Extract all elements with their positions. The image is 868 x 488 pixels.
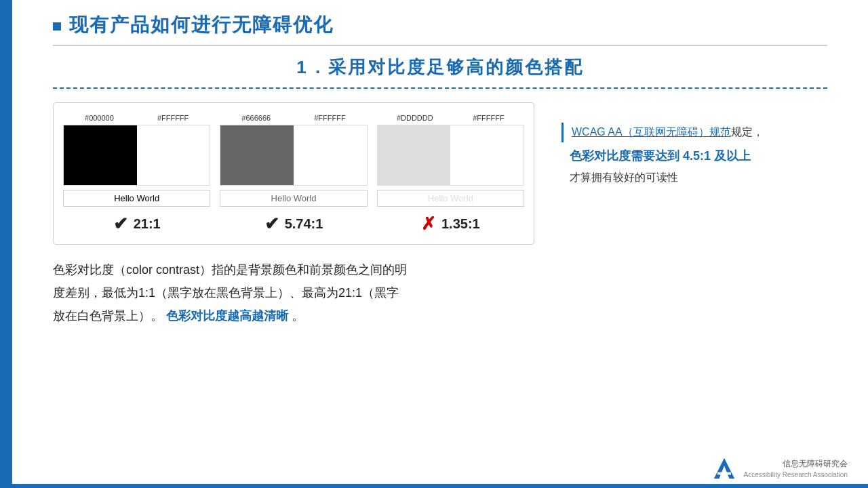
ratio-value-1: 21:1 — [134, 216, 161, 232]
check-icon-1: ✔ — [113, 214, 128, 235]
swatch-label-3a: #DDDDDD — [397, 114, 433, 122]
check-icon-2: ✔ — [264, 214, 279, 235]
swatch-left-3 — [378, 125, 451, 185]
org-name-small: Accessibility Research Association — [744, 470, 848, 480]
desc-highlight: 色彩对比度越高越清晰 — [166, 309, 288, 323]
ratio-item-2: ✔ 5.74:1 — [220, 214, 367, 235]
swatch-right-3 — [450, 125, 524, 185]
section-title-container: 1．采用对比度足够高的颜色搭配 — [53, 56, 827, 89]
swatch-label-2a: #666666 — [241, 114, 271, 122]
swatch-colors-1 — [63, 125, 210, 186]
cross-icon-1: ✗ — [421, 214, 436, 235]
demo-box: #000000 #FFFFFF Hello World #666666 #FFF… — [53, 102, 534, 245]
swatch-colors-2 — [220, 125, 367, 186]
text-sample-3: Hello World — [377, 190, 524, 207]
wcag-note: WCAG AA（互联网无障碍）规范规定， — [561, 123, 827, 142]
swatch-labels-2: #666666 #FFFFFF — [220, 114, 367, 122]
ratio-value-3: 1.35:1 — [441, 216, 480, 232]
left-accent-bar — [0, 0, 12, 488]
text-sample-2: Hello World — [220, 190, 367, 207]
swatch-label-2b: #FFFFFF — [314, 114, 345, 122]
org-name: 信息无障碍研究会 — [744, 458, 848, 470]
swatch-group-2: #666666 #FFFFFF Hello World — [220, 114, 367, 207]
desc-line2: 度差别，最低为1:1（黑字放在黑色背景上）、最高为21:1（黑字 — [53, 286, 399, 300]
swatch-group-1: #000000 #FFFFFF Hello World — [63, 114, 210, 207]
footer: 信息无障碍研究会 Accessibility Research Associat… — [711, 455, 848, 481]
normal-text: 才算拥有较好的可读性 — [561, 171, 827, 185]
demo-swatches: #000000 #FFFFFF Hello World #666666 #FFF… — [63, 114, 524, 207]
right-info: WCAG AA（互联网无障碍）规范规定， 色彩对比度需要达到 4.5:1 及以上… — [561, 102, 827, 245]
svg-marker-0 — [713, 458, 734, 479]
desc-line3-prefix: 放在白色背景上）。 — [53, 309, 163, 323]
header-bullet — [53, 22, 61, 30]
desc-line1: 色彩对比度（color contrast）指的是背景颜色和前景颜色之间的明 — [53, 263, 407, 277]
highlight-text: 色彩对比度需要达到 4.5:1 及以上 — [561, 148, 827, 164]
swatch-label-3b: #FFFFFF — [473, 114, 504, 122]
swatch-labels-3: #DDDDDD #FFFFFF — [377, 114, 524, 122]
swatch-labels-1: #000000 #FFFFFF — [63, 114, 210, 122]
swatch-right-2 — [294, 125, 367, 185]
text-sample-1: Hello World — [63, 190, 210, 207]
section-title: 1．采用对比度足够高的颜色搭配 — [296, 57, 583, 77]
swatch-right-1 — [137, 125, 210, 185]
swatch-group-3: #DDDDDD #FFFFFF Hello World — [377, 114, 524, 207]
main-layout: #000000 #FFFFFF Hello World #666666 #FFF… — [53, 102, 827, 245]
swatch-colors-3 — [377, 125, 524, 186]
wcag-link: WCAG AA（互联网无障碍）规范 — [572, 126, 731, 138]
swatch-left-2 — [220, 125, 294, 185]
top-divider — [53, 45, 827, 46]
ratio-item-1: ✔ 21:1 — [63, 214, 210, 235]
swatch-label-1a: #000000 — [85, 114, 114, 122]
ratio-item-3: ✗ 1.35:1 — [377, 214, 524, 235]
swatch-label-1b: #FFFFFF — [157, 114, 189, 122]
page-title: 现有产品如何进行无障碍优化 — [69, 12, 334, 38]
ratio-row: ✔ 21:1 ✔ 5.74:1 ✗ 1.35:1 — [63, 214, 524, 235]
desc-line3-end: 。 — [292, 309, 304, 323]
bottom-description: 色彩对比度（color contrast）指的是背景颜色和前景颜色之间的明 度差… — [53, 258, 827, 328]
wcag-text-suffix: 规定， — [731, 126, 764, 138]
footer-text-block: 信息无障碍研究会 Accessibility Research Associat… — [744, 458, 848, 480]
page-header: 现有产品如何进行无障碍优化 — [53, 12, 827, 38]
swatch-left-1 — [64, 125, 137, 185]
ratio-value-2: 5.74:1 — [285, 216, 323, 232]
footer-logo-icon — [711, 455, 737, 481]
